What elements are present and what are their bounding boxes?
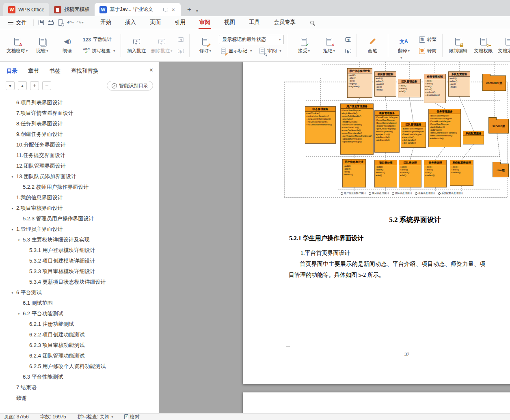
collapse-all-button[interactable]: ▼ [6,81,15,90]
doc-finalize-button[interactable]: ✓ 文档定稿▾ [497,34,510,56]
ribbon-collapse-icon[interactable]: ▾ [400,56,402,60]
panel-tab-find-replace[interactable]: 查找和替换 [71,67,99,75]
toc-item[interactable]: 5.3.1 用户登录模块详细设计 [0,245,158,256]
collapse-arrow-icon[interactable] [11,228,16,231]
toc-item[interactable]: 6.3 平台性能测试 [0,372,158,382]
print-button[interactable] [46,18,56,28]
redo-dropdown-icon[interactable]: ▾ [82,21,84,24]
toc-item[interactable]: 9.创建任务界面设计 [0,129,158,140]
toc-item[interactable]: 2.项目审核界面设计 [0,203,158,213]
doc-permission-button[interactable]: 文档权限 [472,34,495,56]
tab-list-dropdown-icon[interactable]: ▾ [196,9,198,13]
architecture-diagram[interactable]: 用户信息管理控制+add() +alter() +del() +login() … [281,62,510,203]
word-count-button[interactable]: 123 字数统计 [81,35,117,44]
toc-item[interactable]: 5.2.2 教师用户操作界面设计 [0,182,158,192]
doc-proofread-button[interactable]: A 文档校对▾ [6,34,28,56]
toc-item[interactable]: 致谢 [0,393,158,403]
print-preview-button[interactable] [56,18,65,28]
redo-button[interactable]: ↷▾ [75,18,85,28]
toc-item[interactable]: 8.任务列表界面设计 [0,118,158,129]
brush-button[interactable]: 画笔 [361,34,384,56]
search-icon[interactable] [310,21,314,24]
tab-wps-office[interactable]: W WPS Office [3,3,49,16]
toc-item[interactable]: 6.2 平台功能测试 [0,308,158,319]
toc-item[interactable]: 5.3.4 更新项目状态模块详细设计 [0,277,158,287]
next-change-button[interactable]: ▶ [344,47,352,55]
translate-button[interactable]: 文A 翻译▾ [392,34,415,56]
toc-item[interactable]: 6.项目列表界面设计 [0,97,158,108]
document-page-next[interactable] [243,392,510,413]
toc-item[interactable]: 5.3.3 项目审核模块详细设计 [0,266,158,277]
review-mode-button[interactable]: 审阅▾ [257,46,283,56]
tab-template-site[interactable]: 找稿壳模板 [49,3,95,16]
menu-view[interactable]: 视图 [223,16,236,29]
toc-item[interactable]: 5.3.2 项目创建模块详细设计 [0,256,158,266]
toc-item[interactable]: 6.2.5 用户修改个人资料功能测试 [0,361,158,372]
reject-button[interactable]: × 拒绝▾ [318,34,340,56]
compare-button[interactable]: 比较▾ [31,34,54,56]
toc-item[interactable]: 13.团队队员添加界面设计 [0,171,158,182]
toc-item[interactable]: 6.2.4 团队管理功能测试 [0,351,158,361]
status-word-count[interactable]: 字数: 16975 [40,414,66,420]
panel-tab-chapter[interactable]: 章节 [28,67,39,75]
toc-item[interactable]: 12.团队管理界面设计 [0,161,158,171]
toc-item[interactable]: 7 结束语 [0,382,158,393]
status-page-indicator[interactable]: 页面: 37/56 [4,414,29,420]
undo-dropdown-icon[interactable]: ▾ [72,21,74,24]
zoom-in-button[interactable]: + [30,81,39,90]
close-tab-icon[interactable]: × [171,6,176,13]
smart-toc-button[interactable]: 智能识别目录 [107,81,153,90]
toc-item[interactable]: 6 平台测试 [0,287,158,298]
status-proofread[interactable]: 校对 [124,414,139,420]
toc-item[interactable]: 7.项目详情查看界面设计 [0,108,158,118]
menu-reference[interactable]: 引用 [174,16,186,29]
close-panel-icon[interactable]: × [149,67,153,74]
file-menu-button[interactable]: 文件 [4,16,31,29]
document-page[interactable]: 用户信息管理控制+add() +alter() +del() +login() … [243,62,510,384]
expand-all-button[interactable]: ▲ [18,81,27,90]
toc-item[interactable]: 11.任务提交界面设计 [0,150,158,161]
collapse-arrow-icon[interactable] [17,312,23,315]
new-tab-button[interactable]: + [184,4,194,15]
toc-item[interactable]: 10.分配任务界面设计 [0,140,158,150]
show-markup-button[interactable]: 显示标记▾ [219,46,253,56]
menu-review[interactable]: 审阅 [199,16,211,29]
document-canvas[interactable]: 用户信息管理控制+add() +alter() +del() +login() … [159,62,510,413]
previous-change-button[interactable]: ◀ [344,36,352,44]
collapse-arrow-icon[interactable] [11,291,16,294]
toc-item[interactable]: 5.2.3 管理员用户操作界面设计 [0,213,158,224]
toc-item[interactable]: 5.3 主要模块详细设计及实现 [0,235,158,245]
panel-tab-toc[interactable]: 目录 [6,67,17,75]
collapse-arrow-icon[interactable] [11,175,16,178]
zoom-out-button[interactable]: − [42,81,51,90]
save-button[interactable] [36,18,46,28]
tab-current-document[interactable]: W 基于Jav... 毕业论文 × [95,3,181,16]
status-spellcheck[interactable]: 拼写检查: 关闭▾ [78,414,113,420]
panel-tabs: 目录 章节 书签 查找和替换 × [0,62,158,79]
restrict-edit-button[interactable]: 限制编辑 [447,34,469,56]
show-markup-icon [221,48,226,54]
menu-page[interactable]: 页面 [149,16,162,29]
spell-check-button[interactable]: ABC✓ 拼写检查▾ [81,46,117,56]
menu-tools[interactable]: 工具 [248,16,261,29]
accept-button[interactable]: ✓ 接受▾ [292,34,315,56]
collapse-arrow-icon[interactable] [17,239,23,241]
menu-home[interactable]: 开始 [99,16,112,29]
to-traditional-button[interactable]: 简 转繁 [417,35,438,44]
insert-comment-button[interactable]: + 插入批注 [125,34,148,56]
toc-item[interactable]: 6.2.2 项目创建功能测试 [0,330,158,340]
toc-item[interactable]: 1.我的信息界面设计 [0,192,158,203]
menu-member[interactable]: 会员专享 [273,16,296,29]
menu-insert[interactable]: 插入 [124,16,137,29]
undo-button[interactable]: ↶▾ [65,18,75,28]
collapse-arrow-icon[interactable] [11,207,16,210]
markup-state-select[interactable]: 显示标记的最终状态▾ [219,35,284,44]
to-simplified-button[interactable]: 繁 转简 [417,46,438,56]
toc-item[interactable]: 1.管理员主界面设计 [0,224,158,235]
toc-item[interactable]: 6.2.1 注册功能测试 [0,319,158,330]
toc-item[interactable]: 6.1 测试范围 [0,298,158,308]
panel-tab-bookmark[interactable]: 书签 [50,67,61,75]
read-aloud-button[interactable]: ◀)) 朗读 [56,34,79,56]
toc-item[interactable]: 6.2.3 项目审核功能测试 [0,340,158,351]
track-changes-button[interactable]: 修订▾ [194,34,216,56]
